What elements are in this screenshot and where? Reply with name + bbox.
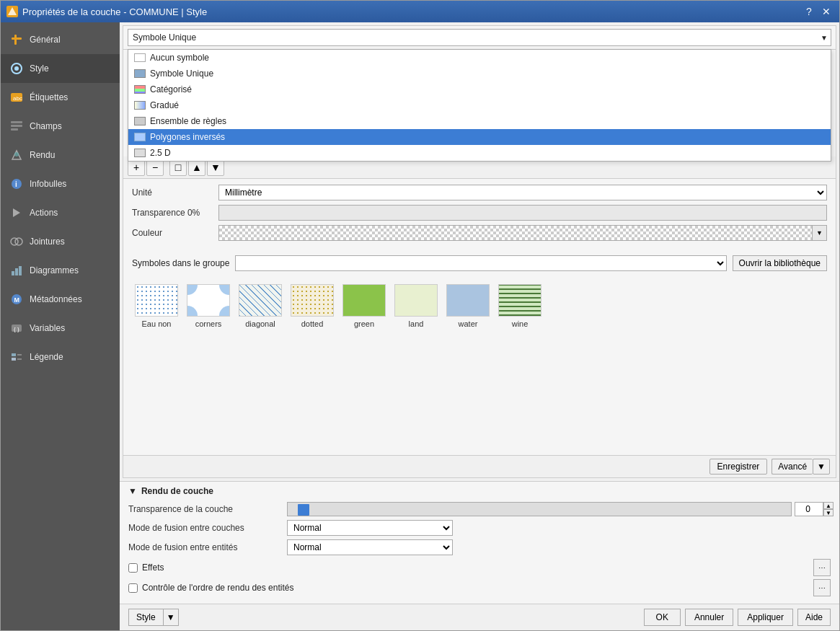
couleur-preview [218, 225, 813, 241]
symbol-label-dotted: dotted [301, 319, 324, 328]
symbol-item-green[interactable]: green [340, 281, 389, 331]
sidebar-item-actions[interactable]: Actions [1, 198, 120, 227]
controle-checkbox[interactable] [128, 583, 138, 593]
close-button[interactable]: ✕ [819, 4, 834, 19]
option-2d5[interactable]: 2.5 D [128, 145, 831, 161]
option-categorise[interactable]: Catégorisé [128, 81, 831, 97]
style-icon [9, 61, 24, 76]
symbol-preview-eau-non [135, 284, 178, 317]
unite-select[interactable]: Millimètre Point Pixel [218, 185, 827, 200]
rendu-fusion-entites-row: Mode de fusion entre entités Normal Mult… [128, 539, 831, 555]
effets-checkbox[interactable] [128, 563, 138, 573]
symbol-item-water[interactable]: water [443, 281, 492, 331]
renderer-select-row: Symbole Unique ▼ [123, 26, 836, 50]
sidebar-item-general[interactable]: Général [1, 25, 120, 54]
controle-label: Contrôle de l'ordre de rendu des entités [142, 583, 293, 593]
svg-text:i: i [15, 180, 17, 188]
sidebar-item-etiquettes[interactable]: abc Étiquettes [1, 83, 120, 112]
svg-text:{ }: { } [14, 326, 19, 332]
sidebar-item-metadonnees[interactable]: M Métadonnées [1, 285, 120, 314]
fusion-couches-select[interactable]: Normal Multiply Screen [287, 520, 453, 536]
option-symbole-unique-label: Symbole Unique [150, 69, 213, 79]
title-bar-left: Propriétés de la couche - COMMUNE | Styl… [6, 6, 207, 17]
sidebar-item-style[interactable]: Style [1, 54, 120, 83]
transparence-slider[interactable] [218, 205, 827, 221]
main-layout: Général Style abc Étiquettes [1, 22, 839, 630]
advanced-button[interactable]: Avancé [772, 459, 813, 475]
form-area: Unité Millimètre Point Pixel Transparenc… [123, 179, 836, 251]
sidebar-item-infobulles[interactable]: i Infobulles [1, 169, 120, 198]
symbol-group-select[interactable] [235, 255, 726, 271]
symbol-group-label: Symboles dans le groupe [132, 258, 229, 268]
fusion-entites-select-wrapper: Normal Multiply Screen [287, 539, 453, 555]
symbol-label-corners: corners [195, 319, 222, 328]
sidebar-item-legende[interactable]: Légende [1, 343, 120, 371]
rendu-transparency-input[interactable] [795, 502, 823, 516]
rendu-spin-down[interactable]: ▼ [823, 509, 834, 516]
style-arrow-button[interactable]: ▼ [164, 609, 179, 626]
sidebar-item-rendu[interactable]: Rendu [1, 141, 120, 169]
svg-rect-25 [17, 354, 22, 356]
apply-button[interactable]: Appliquer [738, 609, 793, 626]
advanced-arrow-button[interactable]: ▼ [813, 459, 830, 475]
rendu-transparency-slider[interactable] [287, 502, 792, 516]
2d5-icon [134, 149, 146, 157]
svg-text:M: M [14, 296, 20, 304]
chart-icon [9, 263, 24, 278]
symbol-item-corners[interactable]: corners [184, 281, 233, 331]
option-ensemble-regles[interactable]: Ensemble de règles [128, 113, 831, 129]
polygones-inverses-icon [134, 133, 146, 141]
help-button-footer[interactable]: Aide [797, 609, 831, 626]
controle-row: Contrôle de l'ordre de rendu des entités… [128, 579, 831, 596]
renderer-select[interactable]: Symbole Unique ▼ [128, 29, 831, 46]
symbol-preview-diagonal [239, 284, 282, 317]
style-button[interactable]: Style [128, 609, 164, 626]
option-polygones-inverses[interactable]: Polygones inversés [128, 129, 831, 145]
controle-action-btn[interactable]: ⋯ [813, 579, 831, 596]
sidebar-item-jointures[interactable]: Jointures [1, 227, 120, 256]
rendu-transparency-spinner: ▲ ▼ [795, 502, 831, 516]
symbol-label-diagonal: diagonal [245, 319, 275, 328]
symbol-item-diagonal[interactable]: diagonal [236, 281, 285, 331]
effets-action-btn[interactable]: ⋯ [813, 559, 831, 576]
sidebar-item-champs[interactable]: Champs [1, 112, 120, 141]
option-symbole-unique[interactable]: Symbole Unique [128, 66, 831, 81]
unite-row: Unité Millimètre Point Pixel [132, 185, 827, 200]
symbol-item-wine[interactable]: wine [495, 281, 544, 331]
save-button[interactable]: Enregistrer [709, 459, 768, 475]
rendu-spin-up[interactable]: ▲ [823, 502, 834, 509]
symbol-item-dotted[interactable]: dotted [288, 281, 337, 331]
sidebar-item-variables[interactable]: { } Variables [1, 314, 120, 343]
help-button[interactable]: ? [802, 4, 816, 19]
symbol-item-land[interactable]: land [392, 281, 441, 331]
option-aucun[interactable]: Aucun symbole [128, 50, 831, 66]
rendu-section: ▼ Rendu de couche Transparence de la cou… [120, 481, 839, 604]
ensemble-regles-icon [134, 117, 146, 125]
app-icon [6, 6, 18, 17]
svg-rect-18 [19, 266, 22, 275]
rendu-fusion-couches-label: Mode de fusion entre couches [128, 523, 287, 533]
ok-button[interactable]: OK [644, 609, 681, 626]
fusion-entites-select[interactable]: Normal Multiply Screen [287, 539, 453, 555]
renderer-popup: Aucun symbole Symbole Unique Catégorisé [128, 49, 831, 162]
symbol-item-eau-non[interactable]: Eau non [132, 281, 181, 331]
svg-rect-17 [15, 268, 18, 275]
sidebar-label-general: Général [30, 35, 61, 45]
sidebar-label-rendu: Rendu [30, 150, 55, 160]
transparence-row: Transparence 0% [132, 205, 827, 221]
sidebar-item-diagrammes[interactable]: Diagrammes [1, 256, 120, 285]
style-button-group: Style ▼ [128, 609, 179, 626]
sidebar-label-legende: Légende [30, 352, 63, 362]
footer-right: OK Annuler Appliquer Aide [644, 609, 831, 626]
rendu-transparency-label: Transparence de la couche [128, 504, 287, 514]
symbol-grid: Eau non corners diagonal [123, 275, 836, 455]
svg-marker-13 [13, 208, 20, 217]
rendu-header[interactable]: ▼ Rendu de couche [128, 486, 831, 496]
open-library-button[interactable]: Ouvrir la bibliothèque [733, 255, 827, 271]
renderer-dropdown-container: Symbole Unique ▼ Aucun symbole Symbole U… [123, 26, 836, 50]
option-gradue[interactable]: Gradué [128, 97, 831, 113]
couleur-dropdown-btn[interactable]: ▼ [813, 225, 827, 241]
svg-rect-26 [17, 358, 22, 360]
symbol-preview-dotted [291, 284, 334, 317]
cancel-button[interactable]: Annuler [685, 609, 733, 626]
